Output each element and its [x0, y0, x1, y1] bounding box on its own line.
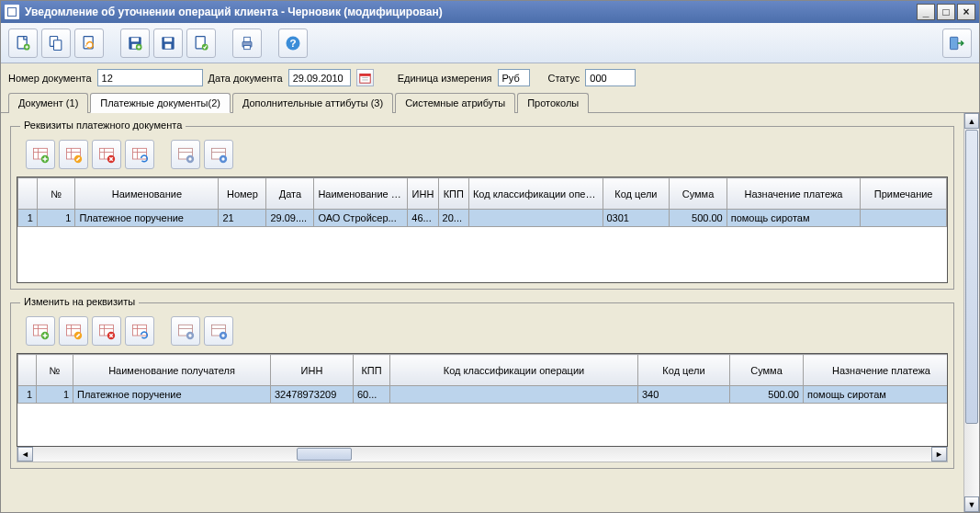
calendar-icon[interactable] — [356, 69, 374, 86]
tab-protocols[interactable]: Протоколы — [517, 93, 589, 113]
grid-view-button[interactable] — [204, 140, 233, 169]
svg-rect-16 — [244, 45, 251, 49]
col-recipient[interactable]: Наименование получателя — [314, 178, 408, 210]
svg-rect-3 — [54, 40, 62, 50]
cell-recipient[interactable]: Платежное поручение — [73, 386, 271, 404]
new-doc-button[interactable] — [8, 28, 38, 58]
col-inn[interactable]: ИНН — [271, 355, 354, 386]
svg-point-42 — [188, 157, 191, 160]
cell-kpp[interactable]: 20... — [438, 210, 468, 227]
doc-number-input[interactable] — [97, 69, 203, 86]
cell-inn[interactable]: 32478973209 — [271, 386, 354, 404]
horizontal-scrollbar[interactable]: ◄ ► — [17, 447, 948, 462]
table-row[interactable]: 1 1 Платежное поручение 21 29.09.... ОАО… — [18, 210, 947, 227]
group2-table[interactable]: № Наименование получателя ИНН КПП Код кл… — [17, 353, 948, 447]
svg-rect-59 — [133, 325, 147, 336]
col-inn[interactable]: ИНН — [408, 178, 438, 210]
cell-number[interactable]: 21 — [219, 210, 266, 227]
grid-refresh-button[interactable] — [125, 316, 154, 346]
col-goal-code[interactable]: Код цели — [603, 178, 670, 210]
group-legend: Реквизиты платежного документа — [20, 120, 186, 131]
cell-purpose[interactable]: помощь сиротам — [804, 386, 949, 404]
col-blank[interactable] — [18, 355, 37, 386]
cell-name[interactable]: Платежное поручение — [75, 210, 219, 227]
unit-input[interactable] — [498, 69, 530, 86]
cell-sum[interactable]: 500.00 — [670, 210, 727, 227]
col-kpp[interactable]: КПП — [438, 178, 468, 210]
refresh-doc-button[interactable] — [74, 28, 104, 58]
grid-delete-button[interactable] — [92, 140, 121, 169]
col-purpose[interactable]: Назначение платежа — [804, 355, 949, 386]
scroll-down-icon[interactable]: ▼ — [964, 496, 979, 512]
doc-date-input[interactable] — [288, 69, 351, 86]
cell-recipient[interactable]: ОАО Стройсер... — [314, 210, 408, 227]
minimize-button[interactable]: _ — [917, 4, 935, 20]
col-name[interactable]: Наименование — [75, 178, 219, 210]
grid-refresh-button[interactable] — [125, 140, 154, 169]
col-purpose[interactable]: Назначение платежа — [727, 178, 861, 210]
col-class-code[interactable]: Код классификации операции — [390, 355, 638, 386]
cell-num[interactable]: 1 — [37, 210, 75, 227]
tab-document[interactable]: Документ (1) — [8, 93, 88, 113]
col-date[interactable]: Дата — [266, 178, 314, 210]
col-num[interactable]: № — [37, 178, 75, 210]
grid-delete-button[interactable] — [92, 316, 121, 346]
scroll-thumb[interactable] — [965, 130, 978, 424]
col-class-code[interactable]: Код классификации операции — [468, 178, 603, 210]
window-title: Уведомление об уточнении операций клиент… — [25, 6, 443, 18]
svg-text:?: ? — [289, 37, 296, 49]
grid-settings-button[interactable] — [171, 316, 200, 346]
group1-table[interactable]: № Наименование Номер Дата Наименование п… — [17, 177, 948, 283]
group-payment-doc-details: Реквизиты платежного документа — [10, 126, 954, 290]
tab-extra-attrs[interactable]: Дополнительные аттибуты (3) — [232, 93, 393, 113]
cell-note[interactable] — [861, 210, 947, 227]
tab-system-attrs[interactable]: Системные атрибуты — [395, 93, 515, 113]
cell-date[interactable]: 29.09.... — [266, 210, 314, 227]
col-sum[interactable]: Сумма — [730, 355, 804, 386]
scroll-up-icon[interactable]: ▲ — [964, 113, 979, 129]
scroll-right-icon[interactable]: ► — [931, 447, 947, 462]
col-note[interactable]: Примечание — [861, 178, 947, 210]
scroll-left-icon[interactable]: ◄ — [17, 447, 33, 462]
scroll-thumb[interactable] — [297, 448, 352, 461]
grid-add-button[interactable] — [26, 316, 55, 346]
cell-goal-code[interactable]: 340 — [638, 386, 730, 404]
vertical-scrollbar[interactable]: ▲ ▼ — [963, 113, 979, 512]
col-kpp[interactable]: КПП — [354, 355, 390, 386]
grid-edit-button[interactable] — [59, 140, 88, 169]
grid-add-button[interactable] — [26, 140, 55, 169]
help-button[interactable]: ? — [278, 28, 308, 58]
save-ok-button[interactable] — [186, 28, 216, 58]
save-button[interactable] — [153, 28, 183, 58]
cell-inn[interactable]: 46... — [408, 210, 438, 227]
cell-class-code[interactable] — [390, 386, 638, 404]
col-sum[interactable]: Сумма — [670, 178, 727, 210]
row-index: 1 — [18, 386, 37, 404]
cell-goal-code[interactable]: 0301 — [603, 210, 670, 227]
grid-edit-button[interactable] — [59, 316, 88, 346]
col-goal-code[interactable]: Код цели — [638, 355, 730, 386]
svg-point-65 — [188, 334, 191, 336]
cell-num[interactable]: 1 — [37, 386, 73, 404]
cell-purpose[interactable]: помощь сиротам — [727, 210, 861, 227]
col-number[interactable]: Номер — [219, 178, 266, 210]
status-input[interactable] — [585, 69, 636, 86]
close-button[interactable]: × — [957, 4, 975, 20]
exit-button[interactable] — [942, 28, 972, 58]
group2-toolbar — [26, 316, 948, 346]
print-button[interactable] — [232, 28, 262, 58]
col-recipient[interactable]: Наименование получателя — [73, 355, 271, 386]
cell-kpp[interactable]: 60... — [354, 386, 390, 404]
copy-doc-button[interactable] — [41, 28, 71, 58]
grid-view-button[interactable] — [204, 316, 233, 346]
col-blank[interactable] — [18, 178, 38, 210]
maximize-button[interactable]: □ — [937, 4, 955, 20]
document-icon — [5, 5, 19, 19]
tab-payment-docs[interactable]: Платежные документы(2) — [90, 93, 231, 113]
cell-class-code[interactable] — [468, 210, 603, 227]
col-num[interactable]: № — [37, 355, 73, 386]
save-as-button[interactable] — [120, 28, 150, 58]
grid-settings-button[interactable] — [171, 140, 200, 169]
table-row[interactable]: 1 1 Платежное поручение 32478973209 60..… — [18, 386, 949, 404]
cell-sum[interactable]: 500.00 — [730, 386, 804, 404]
